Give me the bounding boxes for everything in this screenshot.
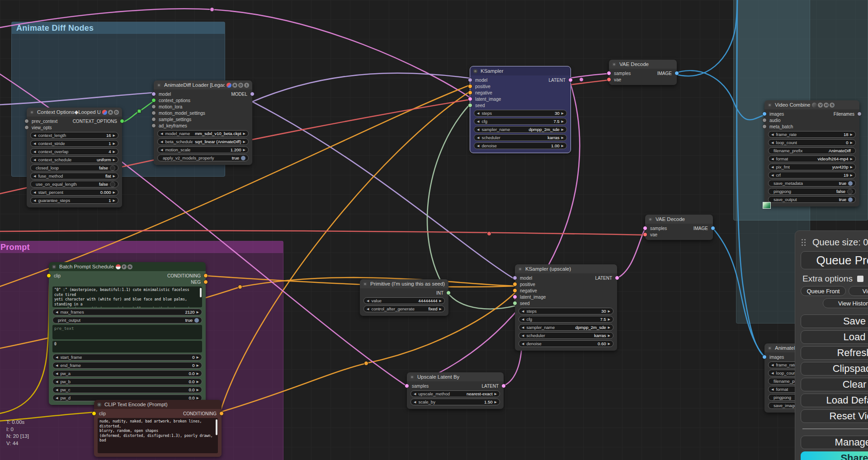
input-port-positive[interactable]	[513, 282, 517, 286]
collapse-icon[interactable]	[518, 267, 522, 271]
decrement-arrow-icon[interactable]: ◀	[367, 307, 369, 310]
increment-arrow-icon[interactable]: ▶	[197, 372, 199, 375]
output-port-NEG[interactable]	[203, 280, 208, 284]
node-graph-canvas[interactable]: Animate Diff Nodes Prompt Context Option…	[0, 0, 868, 460]
widget-frame_rate[interactable]: ◀frame_rate18▶	[768, 131, 856, 138]
node-header[interactable]: VAE Decode	[645, 215, 713, 224]
input-port-meta_batch[interactable]	[762, 124, 767, 129]
increment-arrow-icon[interactable]: ▶	[561, 112, 564, 115]
collapse-icon[interactable]	[473, 69, 477, 73]
widget-pw_c[interactable]: ◀pw_c0.0▶	[52, 386, 202, 393]
increment-arrow-icon[interactable]: ▶	[113, 142, 115, 145]
widget-scale_by[interactable]: ◀scale_by1.50▶	[410, 399, 500, 405]
input-port-seed[interactable]	[468, 103, 472, 108]
decrement-arrow-icon[interactable]: ◀	[56, 310, 58, 314]
node-header[interactable]: KSampler (upscale)	[515, 264, 617, 273]
input-port-samples[interactable]	[643, 226, 647, 230]
decrement-arrow-icon[interactable]: ◀	[367, 299, 369, 302]
toggle-icon[interactable]	[848, 181, 853, 186]
widget-scheduler[interactable]: ◀schedulerkarras▶	[519, 332, 613, 339]
node-animatediff_loader[interactable]: AnimateDiff Loader [Legacy]AD1modelMODEL…	[154, 80, 252, 165]
increment-arrow-icon[interactable]: ▶	[561, 120, 564, 123]
output-port-MODEL[interactable]	[250, 92, 255, 96]
decrement-arrow-icon[interactable]: ◀	[771, 174, 774, 177]
increment-arrow-icon[interactable]: ▶	[197, 310, 199, 314]
text-area[interactable]: 0	[52, 341, 202, 352]
toggle-icon[interactable]	[110, 165, 115, 171]
widget-closed_loop[interactable]: closed_loopfalse	[30, 164, 118, 171]
increment-arrow-icon[interactable]: ▶	[113, 134, 115, 137]
widget-control_after_generate[interactable]: ◀control_after_generatefixed▶	[363, 305, 445, 312]
increment-arrow-icon[interactable]: ▶	[113, 199, 115, 202]
increment-arrow-icon[interactable]: ▶	[197, 380, 199, 383]
increment-arrow-icon[interactable]: ▶	[608, 334, 610, 337]
widget-model_name[interactable]: ◀model_namemm_sdxl_v10_beta.ckpt▶	[157, 130, 249, 137]
increment-arrow-icon[interactable]: ▶	[850, 174, 853, 177]
decrement-arrow-icon[interactable]: ◀	[771, 141, 774, 144]
toggle-icon[interactable]	[110, 182, 115, 187]
increment-arrow-icon[interactable]: ▶	[850, 165, 853, 169]
decrement-arrow-icon[interactable]: ◀	[522, 310, 524, 313]
decrement-arrow-icon[interactable]: ◀	[414, 392, 416, 395]
collapse-icon[interactable]	[157, 83, 161, 87]
widget-cfg[interactable]: ◀cfg7.5▶	[474, 118, 567, 125]
node-video_combine[interactable]: Video CombineVHSimagesFilenamesaudiometa…	[764, 100, 859, 207]
increment-arrow-icon[interactable]: ▶	[850, 141, 853, 144]
input-port-motion_model_settings[interactable]	[151, 111, 156, 115]
decrement-arrow-icon[interactable]: ◀	[56, 356, 58, 359]
collapse-icon[interactable]	[410, 375, 414, 379]
decrement-arrow-icon[interactable]: ◀	[56, 388, 58, 391]
node-header[interactable]: Video CombineVHS	[764, 100, 859, 109]
output-port-CONDITIONING[interactable]	[203, 273, 208, 278]
output-port-LATENT[interactable]	[615, 276, 619, 280]
widget-crf[interactable]: ◀crf19▶	[768, 172, 856, 178]
increment-arrow-icon[interactable]: ▶	[113, 150, 115, 153]
node-header[interactable]: Primitive (I'm using this as seed)	[360, 279, 448, 288]
widget-cfg[interactable]: ◀cfg7.5▶	[519, 316, 613, 323]
output-port-IMAGE[interactable]	[675, 71, 679, 75]
input-port-images[interactable]	[762, 355, 767, 359]
output-port-CONTEXT_OPTIONS[interactable]	[120, 119, 124, 123]
node-vae_decode_1[interactable]: VAE DecodesamplesIMAGEvae	[609, 60, 677, 85]
widget-upscale_method[interactable]: ◀upscale_methodnearest-exact▶	[410, 390, 500, 397]
increment-arrow-icon[interactable]: ▶	[608, 342, 610, 345]
increment-arrow-icon[interactable]: ▶	[495, 400, 497, 404]
widget-context_length[interactable]: ◀context_length16▶	[30, 132, 118, 139]
decrement-arrow-icon[interactable]: ◀	[33, 199, 36, 202]
decrement-arrow-icon[interactable]: ◀	[477, 128, 479, 131]
increment-arrow-icon[interactable]: ▶	[113, 174, 115, 178]
decrement-arrow-icon[interactable]: ◀	[771, 388, 774, 391]
decrement-arrow-icon[interactable]: ◀	[56, 380, 58, 383]
collapse-icon[interactable]	[648, 217, 652, 221]
output-port-LATENT[interactable]	[501, 384, 506, 388]
view-queue-button[interactable]: View Queue	[849, 286, 868, 296]
decrement-arrow-icon[interactable]: ◀	[56, 364, 58, 367]
collapse-icon[interactable]	[612, 62, 616, 66]
widget-denoise[interactable]: ◀denoise1.00▶	[474, 142, 567, 149]
widget-denoise[interactable]: ◀denoise0.60▶	[519, 340, 613, 347]
widget-steps[interactable]: ◀steps30▶	[474, 110, 567, 117]
input-port-model[interactable]	[468, 78, 472, 82]
input-port-images[interactable]	[762, 112, 767, 116]
widget-end_frame[interactable]: ◀end_frame0▶	[52, 362, 202, 369]
input-port-vae[interactable]	[607, 77, 611, 82]
node-context_options[interactable]: Context Options◆Looped UniformADprev_con…	[27, 108, 122, 207]
input-port-vae[interactable]	[643, 232, 647, 237]
clipspace-button[interactable]: Clipspace	[801, 362, 868, 376]
widget-sampler_name[interactable]: ◀sampler_namedpmpp_2m_sde▶	[474, 126, 567, 133]
toggle-icon[interactable]	[847, 189, 853, 194]
increment-arrow-icon[interactable]: ▶	[243, 148, 245, 151]
input-port-latent_image[interactable]	[468, 97, 472, 101]
input-port-prev_context[interactable]	[24, 119, 29, 123]
share-button[interactable]: Share	[801, 451, 868, 460]
decrement-arrow-icon[interactable]: ◀	[771, 157, 774, 160]
widget-context_schedule[interactable]: ◀context_scheduleuniform▶	[30, 156, 118, 163]
increment-arrow-icon[interactable]: ▶	[608, 318, 610, 321]
output-port-LATENT[interactable]	[568, 78, 573, 82]
increment-arrow-icon[interactable]: ▶	[197, 364, 199, 367]
node-upscale_latent_by[interactable]: Upscale Latent BysamplesLATENT◀upscale_m…	[407, 372, 504, 409]
decrement-arrow-icon[interactable]: ◀	[33, 150, 36, 153]
input-port-positive[interactable]	[468, 84, 472, 89]
increment-arrow-icon[interactable]: ▶	[243, 132, 245, 135]
decrement-arrow-icon[interactable]: ◀	[414, 400, 416, 404]
